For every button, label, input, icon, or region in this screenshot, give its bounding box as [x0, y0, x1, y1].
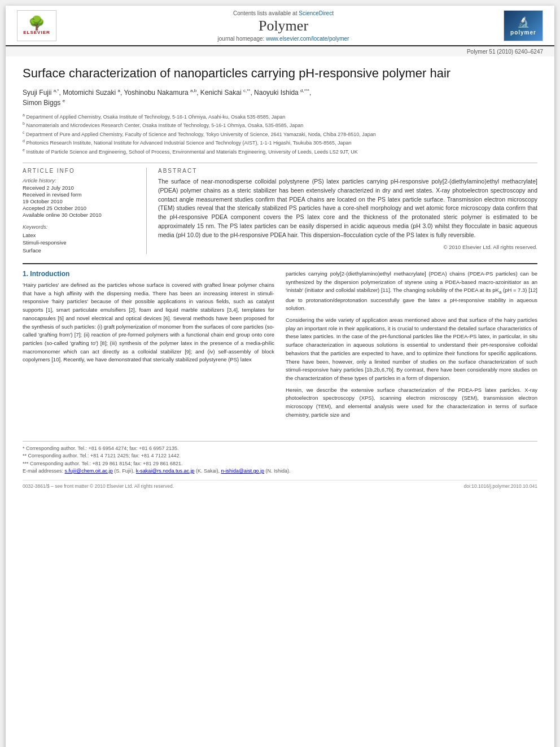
journal-homepage: journal homepage: www.elsevier.com/locat… [63, 36, 504, 42]
intro-para-2: particles carrying poly[2-(diethylamino)… [286, 270, 537, 313]
journal-title-header: Polymer [63, 18, 504, 34]
main-content: Surface characterization of nanoparticle… [6, 56, 554, 434]
vol-info: Polymer 51 (2010) 6240–6247 [467, 49, 543, 55]
footer-bottom: 0032-3861/$ – see front matter © 2010 El… [23, 480, 537, 489]
email-sakai[interactable]: k-sakai@rs.noda.tus.ac.jp [136, 468, 195, 474]
history-label: Article history: [23, 177, 138, 184]
email-fujii[interactable]: s.fujii@chem.oit.ac.jp [65, 468, 113, 474]
keyword-latex: Latex [23, 231, 138, 239]
copyright-line: © 2010 Elsevier Ltd. All rights reserved… [158, 244, 537, 250]
elsevier-logo: 🌳 ELSEVIER [17, 10, 56, 41]
footnote-3: *** Corresponding author. Tel.: +81 29 8… [23, 460, 537, 468]
sciencedirect-link[interactable]: ScienceDirect [299, 10, 334, 16]
vol-bar: Polymer 51 (2010) 6240–6247 [6, 46, 554, 56]
affil-b: Nanomaterials and Microdevices Research … [26, 123, 303, 128]
body-left: 1. Introduction 'Hairy particles' are de… [23, 270, 274, 423]
intro-para-4: Herein, we describe the extensive surfac… [286, 386, 537, 420]
article-info-col: ARTICLE INFO Article history: Received 2… [23, 168, 147, 254]
abstract-col: ABSTRACT The surface of near-monodispers… [158, 168, 537, 254]
keyword-stimuli: Stimuli-responsive [23, 239, 138, 246]
affiliations: a Department of Applied Chemistry, Osaka… [23, 112, 537, 156]
journal-cover: 🔬 polymer [504, 10, 543, 41]
date-online: Available online 30 October 2010 [23, 212, 138, 218]
keyword-surface: Surface [23, 247, 138, 254]
body-right: particles carrying poly[2-(diethylamino)… [286, 270, 537, 423]
keywords-label: Keywords: [23, 224, 138, 230]
article-title: Surface characterization of nanoparticle… [23, 65, 537, 82]
footer: * Corresponding author. Tel.: +81 6 6954… [23, 441, 537, 489]
date-revised-label: Received in revised form [23, 191, 138, 198]
cover-journal-name: polymer [510, 29, 536, 36]
abstract-head: ABSTRACT [158, 168, 537, 174]
affil-a: Department of Applied Chemistry, Osaka I… [26, 114, 285, 120]
sciencedirect-prefix: Contents lists available at [233, 10, 299, 16]
article-info-abstract: ARTICLE INFO Article history: Received 2… [23, 168, 537, 254]
journal-homepage-prefix: journal homepage: [218, 36, 266, 42]
affil-e: Institute of Particle Science and Engine… [26, 149, 357, 155]
body-two-col: 1. Introduction 'Hairy particles' are de… [23, 270, 537, 423]
footnote-2: ** Corresponding author. Tel.: +81 4 712… [23, 452, 537, 460]
date-revised: 19 October 2010 [23, 198, 138, 204]
intro-para-1: 'Hairy particles' are defined as the par… [23, 281, 274, 364]
email-footnote: E-mail addresses: s.fujii@chem.oit.ac.jp… [23, 468, 537, 475]
abstract-text: The surface of near-monodisperse colloid… [158, 177, 537, 239]
article-info-head: ARTICLE INFO [23, 168, 138, 174]
affil-c: Department of Pure and Applied Chemistry… [26, 132, 376, 137]
issn-text: 0032-3861/$ – see front matter © 2010 El… [23, 483, 174, 489]
elsevier-brand: ELSEVIER [23, 30, 50, 35]
divider-top [23, 163, 537, 163]
intro-title: 1. Introduction [23, 270, 274, 278]
email-ishida[interactable]: n-ishida@aist.go.jp [221, 468, 264, 474]
journal-center: Contents lists available at ScienceDirec… [63, 10, 504, 42]
cover-image-icon: 🔬 [517, 16, 530, 28]
page: 🌳 ELSEVIER Contents lists available at S… [6, 6, 554, 747]
header: 🌳 ELSEVIER Contents lists available at S… [6, 6, 554, 46]
body-content: 1. Introduction 'Hairy particles' are de… [23, 263, 537, 423]
footnote-1: * Corresponding author. Tel.: +81 6 6954… [23, 445, 537, 453]
header-left: 🌳 ELSEVIER [17, 10, 63, 41]
authors: Syuji Fujii a,*, Motomichi Suzaki a, Yos… [23, 88, 537, 108]
sciencedirect-line: Contents lists available at ScienceDirec… [63, 10, 504, 16]
date-received: Received 2 July 2010 [23, 185, 138, 191]
intro-para-3: Considering the wide variety of applicat… [286, 316, 537, 383]
elsevier-tree-icon: 🌳 [28, 16, 45, 30]
date-accepted: Accepted 25 October 2010 [23, 205, 138, 211]
doi-text: doi:10.1016/j.polymer.2010.10.041 [464, 483, 537, 489]
journal-homepage-link[interactable]: www.elsevier.com/locate/polymer [266, 36, 349, 42]
affil-d: Photonics Research Institute, National I… [26, 140, 351, 146]
